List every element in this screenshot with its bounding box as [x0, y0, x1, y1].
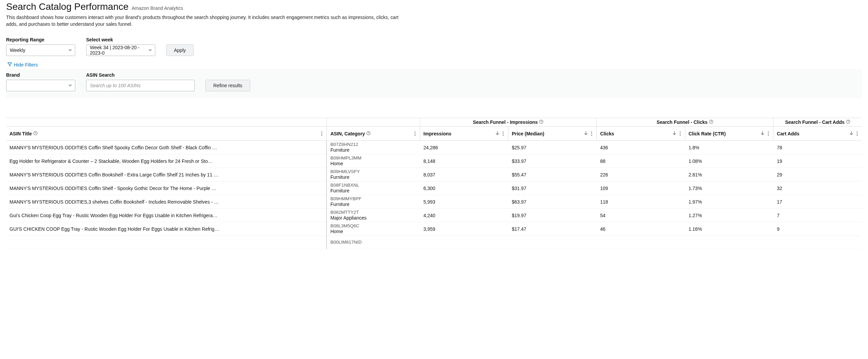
col-header-asin-category[interactable]: ASIN, Category	[327, 127, 420, 141]
sort-desc-icon[interactable]	[495, 131, 500, 136]
col-header-clicks[interactable]: Clicks	[597, 127, 685, 141]
table-row[interactable]: Gui's Chicken Coop Egg Tray - Rustic Woo…	[6, 209, 862, 222]
group-header-impressions: Search Funnel - Impressions	[420, 118, 597, 127]
cell-ctr: 1.73%	[685, 182, 774, 195]
col-header-impressions[interactable]: Impressions	[420, 127, 509, 141]
col-header-clicks-label: Clicks	[600, 131, 614, 136]
column-menu-icon[interactable]	[414, 131, 416, 137]
apply-button[interactable]: Apply	[166, 44, 194, 56]
cell-ctr: 2.81%	[685, 168, 774, 182]
col-header-cart-adds-label: Cart Adds	[777, 131, 799, 136]
select-week-value: Week 34 | 2023-08-20 - 2023-0	[90, 45, 145, 56]
cell-asin-title: GUI'S CHICKEN COOP Egg Tray - Rustic Woo…	[6, 222, 327, 236]
table-row[interactable]: Egg Holder for Refrigerator & Counter – …	[6, 154, 862, 168]
column-menu-icon[interactable]	[856, 131, 859, 137]
filter-icon	[7, 62, 12, 68]
svg-point-27	[679, 133, 680, 134]
table-row[interactable]: GUI'S CHICKEN COOP Egg Tray - Rustic Woo…	[6, 222, 862, 236]
cell-impressions: 8,037	[420, 168, 509, 182]
svg-point-36	[857, 135, 858, 136]
brand-select[interactable]	[6, 80, 75, 91]
column-menu-icon[interactable]	[502, 131, 505, 137]
cell-asin-title: MANNY'S MYSTERIOUS ODDITIES Coffin Shelf…	[6, 182, 327, 195]
brand-label: Brand	[6, 72, 75, 78]
svg-point-13	[368, 134, 369, 134]
cell-asin-title: Gui's Chicken Coop Egg Tray - Rustic Woo…	[6, 209, 327, 222]
column-menu-icon[interactable]	[679, 131, 682, 137]
cell-impressions: 6,300	[420, 182, 509, 195]
page-subtitle: Amazon Brand Analytics	[132, 5, 183, 11]
help-icon[interactable]	[539, 119, 544, 125]
cell-clicks: 226	[597, 168, 685, 182]
cell-asin-category: B00LIM817NID	[327, 236, 420, 249]
col-header-cart-adds[interactable]: Cart Adds	[773, 127, 862, 141]
column-menu-icon[interactable]	[767, 131, 770, 137]
table-row[interactable]: MANNY'S MYSTERIOUS ODDITIES,3 shelves Co…	[6, 195, 862, 209]
hide-filters-toggle[interactable]: Hide Filters	[6, 61, 39, 68]
select-week-label: Select week	[86, 37, 155, 42]
cell-price-median: $17.47	[508, 222, 597, 236]
group-header-blank-2	[327, 118, 420, 127]
cell-impressions: 4,240	[420, 209, 509, 222]
cell-cart-adds: 19	[773, 154, 862, 168]
column-menu-icon[interactable]	[590, 131, 593, 137]
svg-point-10	[321, 133, 322, 134]
col-header-price-median[interactable]: Price (Median)	[508, 127, 597, 141]
svg-point-15	[414, 133, 415, 134]
svg-point-24	[591, 135, 592, 136]
help-icon[interactable]	[33, 131, 38, 136]
group-header-clicks: Search Funnel - Clicks	[597, 118, 773, 127]
refine-results-button[interactable]: Refine results	[205, 80, 250, 91]
table-row[interactable]: MANNY'S MYSTERIOUS ODDITIES Coffin Shelf…	[6, 141, 862, 154]
asin-search-label: ASIN Search	[86, 72, 195, 78]
svg-point-6	[848, 122, 848, 123]
cell-impressions: 8,148	[420, 154, 509, 168]
group-header-clicks-label: Search Funnel - Clicks	[657, 119, 708, 125]
svg-point-11	[321, 135, 322, 136]
cell-cart-adds: 9	[773, 222, 862, 236]
cell-cart-adds: 17	[773, 195, 862, 209]
table-row[interactable]: MANNY'S MYSTERIOUS ODDITIES Coffin Books…	[6, 168, 862, 182]
sort-desc-icon[interactable]	[849, 131, 854, 136]
col-header-asin-title[interactable]: ASIN Title	[6, 127, 327, 141]
help-icon[interactable]	[366, 131, 371, 136]
svg-point-18	[503, 131, 504, 132]
asin-search-input[interactable]	[86, 80, 195, 91]
cell-price-median: $55.47	[508, 168, 597, 182]
reporting-range-value: Weekly	[10, 48, 25, 53]
page-title: Search Catalog Performance	[6, 1, 129, 12]
col-header-asin-title-label: ASIN Title	[9, 131, 32, 136]
col-header-ctr[interactable]: Click Rate (CTR)	[685, 127, 774, 141]
col-header-asin-category-label: ASIN, Category	[330, 131, 365, 136]
table-row[interactable]: MANNY'S MYSTERIOUS ODDITIES Coffin Shelf…	[6, 182, 862, 195]
cell-ctr: 1.27%	[685, 209, 774, 222]
svg-point-26	[679, 131, 680, 132]
cell-impressions: 5,993	[420, 195, 509, 209]
cell-ctr: 1.8%	[685, 141, 774, 154]
reporting-range-select[interactable]: Weekly	[6, 44, 75, 56]
cell-asin-title: MANNY'S MYSTERIOUS ODDITIES Coffin Shelf…	[6, 141, 327, 154]
group-header-impressions-label: Search Funnel - Impressions	[473, 119, 538, 125]
sort-desc-icon[interactable]	[672, 131, 677, 136]
cell-cart-adds: 29	[773, 168, 862, 182]
svg-point-28	[679, 135, 680, 136]
cell-ctr: 1.97%	[685, 195, 774, 209]
cell-asin-category: B09HMLVSFYFurniture	[327, 168, 420, 182]
cell-clicks: 88	[597, 154, 685, 168]
chevron-down-icon	[68, 83, 72, 88]
reporting-range-label: Reporting Range	[6, 37, 75, 42]
sort-desc-icon[interactable]	[760, 131, 765, 136]
sort-desc-icon[interactable]	[584, 131, 588, 136]
cell-ctr: 1.16%	[685, 222, 774, 236]
svg-point-22	[591, 131, 592, 132]
help-icon[interactable]	[846, 119, 850, 125]
filter-area: Brand ASIN Search Refine results	[6, 69, 862, 98]
svg-point-23	[591, 133, 592, 134]
select-week-select[interactable]: Week 34 | 2023-08-20 - 2023-0	[86, 44, 155, 56]
column-menu-icon[interactable]	[320, 131, 323, 137]
cell-clicks: 54	[597, 209, 685, 222]
svg-point-14	[414, 131, 415, 132]
help-icon[interactable]	[709, 119, 713, 125]
table-row[interactable]: B00LIM817NID	[6, 236, 862, 249]
col-header-price-median-label: Price (Median)	[512, 131, 544, 136]
